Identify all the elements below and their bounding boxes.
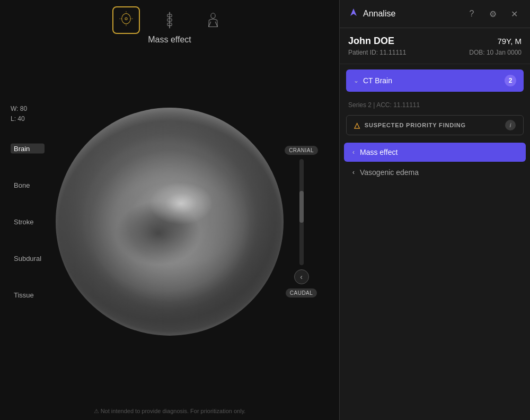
priority-label-row: △ SUSPECTED PRIORITY FINDING: [354, 121, 466, 129]
scroll-thumb[interactable]: [299, 191, 304, 223]
finding-name: Mass effect: [360, 148, 398, 156]
stroke-label[interactable]: Stroke: [11, 216, 45, 226]
patient-info: John DOE 79Y, M Patient ID: 11.11111 DOB…: [340, 28, 530, 64]
cranial-label: CRANIAL: [285, 146, 318, 155]
warning-icon: △: [354, 121, 360, 129]
priority-label: SUSPECTED PRIORITY FINDING: [365, 122, 466, 128]
brand-icon: [348, 7, 359, 20]
series-info: Series 2 | ACC: 11.11111: [340, 97, 530, 113]
svg-point-5: [125, 18, 127, 20]
finding-chevron-icon: ‹: [352, 148, 355, 156]
footer-disclaimer: ⚠ Not intended to provide diagnosis. For…: [0, 402, 339, 420]
header-actions: ? ⚙ ✕: [464, 6, 522, 21]
finding-name: Vasogenic edema: [360, 168, 419, 177]
patient-name: John DOE: [348, 36, 394, 47]
cranial-caudal-control: CRANIAL ‹ CAUDAL: [285, 146, 318, 298]
help-button[interactable]: ?: [464, 6, 479, 21]
svg-point-14: [211, 13, 215, 19]
brain-label[interactable]: Brain: [11, 143, 45, 153]
right-panel: Annalise ? ⚙ ✕ John DOE 79Y, M Patient I…: [339, 0, 530, 420]
finding-item-vasogenic-edema[interactable]: ‹ Vasogenic edema: [344, 163, 526, 182]
finding-item-mass-effect[interactable]: ‹ Mass effect: [344, 143, 526, 162]
priority-finding-bar[interactable]: △ SUSPECTED PRIORITY FINDING i: [346, 115, 524, 135]
expand-button[interactable]: ‹: [294, 269, 309, 284]
bone-label[interactable]: Bone: [11, 180, 45, 190]
toolbar: Mass effect: [0, 0, 339, 40]
section-badge: 2: [505, 75, 516, 86]
info-icon[interactable]: i: [505, 120, 516, 130]
patient-sub-row: Patient ID: 11.11111 DOB: 10 Jan 0000: [348, 49, 522, 56]
patient-dob: DOB: 10 Jan 0000: [469, 49, 522, 56]
tissue-label[interactable]: Tissue: [11, 290, 45, 300]
patient-name-row: John DOE 79Y, M: [348, 36, 522, 47]
settings-button[interactable]: ⚙: [485, 6, 500, 21]
ct-brain-section-header[interactable]: ⌄ CT Brain 2: [346, 69, 524, 92]
patient-id: Patient ID: 11.11111: [348, 49, 406, 56]
caudal-label: CAUDAL: [286, 288, 317, 298]
spine-tool-button[interactable]: [156, 6, 183, 34]
side-labels: Brain Bone Stroke Subdural Tissue: [11, 143, 45, 300]
panel-header: Annalise ? ⚙ ✕: [340, 0, 530, 28]
svg-point-0: [122, 14, 131, 24]
ct-scan-image[interactable]: [56, 108, 284, 336]
w-value: W: 80: [11, 104, 27, 114]
wl-info: W: 80 L: 40: [11, 104, 27, 124]
close-button[interactable]: ✕: [507, 6, 522, 21]
brand-logo: Annalise: [348, 7, 395, 20]
subdural-label[interactable]: Subdural: [11, 253, 45, 263]
patient-age-sex: 79Y, M: [497, 37, 522, 46]
section-header-left: ⌄ CT Brain: [354, 76, 392, 85]
viewer-panel: Mass effect W: 80 L: 40 Brain Bone Strok…: [0, 0, 339, 420]
chevron-down-icon: ⌄: [354, 77, 359, 84]
brand-name: Annalise: [363, 9, 395, 19]
section-label: CT Brain: [363, 76, 392, 85]
brain-tool-button[interactable]: [112, 6, 140, 34]
body-tool-button[interactable]: [199, 6, 227, 34]
brain-overlay: [56, 108, 284, 336]
scroll-track[interactable]: [299, 159, 304, 265]
viewer-content: W: 80 L: 40 Brain Bone Stroke Subdural T…: [0, 40, 339, 402]
findings-list: ‹ Mass effect ‹ Vasogenic edema: [340, 139, 530, 185]
l-value: L: 40: [11, 114, 27, 124]
finding-chevron-icon: ‹: [352, 169, 355, 176]
